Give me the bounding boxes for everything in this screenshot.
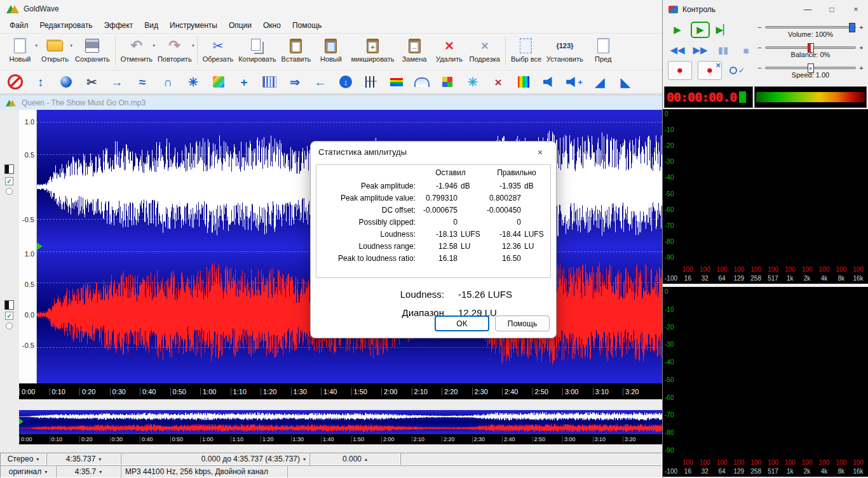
mix-plus-icon[interactable]: +: [235, 73, 253, 91]
record-button[interactable]: ●: [668, 61, 692, 80]
undo-button[interactable]: ↶ ▾ Отменить: [118, 36, 155, 63]
crop-button[interactable]: × Подрезка: [467, 36, 503, 63]
pitch-arrow-icon[interactable]: ⇒: [286, 73, 304, 91]
right-channel-radio[interactable]: [6, 322, 13, 329]
menu-item[interactable]: Помощь: [287, 19, 327, 32]
play-button[interactable]: ▶: [668, 22, 687, 38]
document-titlebar[interactable]: Queen - The Show Must Go On.mp3: [0, 95, 662, 110]
level-label: 100: [747, 266, 764, 273]
spectrum-square-icon[interactable]: [515, 73, 532, 91]
record-new-button[interactable]: ●: [698, 61, 722, 80]
reverse-arrow-icon[interactable]: ←: [311, 73, 329, 91]
length-short-display[interactable]: 4:35.7▾: [56, 465, 121, 478]
right-channel-indicator[interactable]: [4, 300, 14, 310]
help-button[interactable]: Помощь: [495, 315, 550, 331]
noise-reduction-icon[interactable]: ×: [489, 73, 507, 91]
frequency-label: 1k: [782, 275, 799, 282]
replace-button[interactable]: Замена: [397, 36, 432, 63]
balance-slider[interactable]: − + Balance: 0%: [756, 39, 865, 60]
menu-item[interactable]: Вид: [139, 19, 164, 32]
maximize-icon[interactable]: □: [820, 0, 844, 19]
pixel-grid-icon[interactable]: [438, 73, 456, 91]
time-digits: 00:00:00.0: [667, 90, 736, 105]
volume-track[interactable]: [765, 26, 856, 29]
dynamics-sphere-icon[interactable]: [57, 73, 75, 91]
menu-item[interactable]: Редактировать: [34, 19, 98, 32]
toolbar-separator[interactable]: [194, 36, 200, 66]
record-options-button[interactable]: ✓: [728, 62, 747, 79]
playback-position-marker[interactable]: [37, 242, 43, 250]
reverb-arches-icon[interactable]: [413, 73, 431, 91]
left-channel-radio[interactable]: [6, 188, 13, 195]
minimize-icon[interactable]: —: [796, 0, 820, 19]
doppler-updown-icon[interactable]: ↕: [32, 73, 50, 91]
paste-new-button[interactable]: Новый: [313, 36, 348, 63]
flanger-arc-icon[interactable]: ∩: [159, 73, 177, 91]
marker-scissors-icon[interactable]: ✂: [83, 73, 100, 91]
db-label: -30: [665, 342, 674, 348]
menu-item[interactable]: Опции: [223, 19, 257, 32]
quality-select[interactable]: оригинал▾: [0, 465, 56, 478]
delete-button[interactable]: × Удалить: [432, 36, 467, 63]
toolbar-separator[interactable]: [112, 36, 118, 66]
paste-button[interactable]: Вставить: [278, 36, 313, 63]
amplitude-label: 0.5: [25, 152, 34, 159]
play-selection-button[interactable]: ▶: [691, 22, 710, 38]
length-display[interactable]: 4:35.737▾: [46, 453, 121, 465]
level-label: 100: [714, 266, 731, 273]
pause-button[interactable]: ▮▮: [714, 42, 733, 58]
paste-mix-button[interactable]: микшировать: [348, 36, 397, 63]
channel-mode-select[interactable]: Стерео▾: [0, 453, 46, 465]
fade-ramp-icon[interactable]: ◢: [591, 73, 609, 91]
redo-button[interactable]: ↷ ▾ Повторить: [155, 36, 194, 63]
fast-forward-button[interactable]: ▶▶: [691, 42, 710, 58]
wave-shape-icon[interactable]: ≈: [133, 73, 151, 91]
close-icon[interactable]: ×: [844, 0, 868, 19]
control-titlebar[interactable]: Контроль — □ ×: [663, 0, 868, 19]
save-button[interactable]: Сохранить: [72, 36, 112, 63]
select-all-button[interactable]: Выбр все: [508, 36, 544, 63]
amplitude-label: 0.5: [25, 281, 34, 288]
toolbar-separator[interactable]: [503, 36, 508, 66]
match-volume-icon[interactable]: [566, 73, 583, 91]
time-label: 2:50: [532, 388, 563, 395]
position-display[interactable]: 0.000▴: [309, 453, 400, 465]
expression-chart-icon[interactable]: [261, 73, 278, 91]
left-channel-indicator[interactable]: [4, 164, 14, 174]
play-all-button[interactable]: ▶▏: [714, 22, 733, 38]
speed-slider[interactable]: − × + Speed: 1.00: [756, 60, 865, 80]
copy-button[interactable]: Копировать: [236, 36, 278, 63]
set-button[interactable]: {123} Установить: [544, 36, 586, 63]
menu-item[interactable]: Окно: [257, 19, 287, 32]
equalizer-sliders-icon[interactable]: [362, 73, 380, 91]
speed-track[interactable]: ×: [765, 67, 856, 69]
balance-track[interactable]: [765, 46, 856, 49]
rewind-button[interactable]: ◀◀: [668, 42, 687, 58]
volume-speaker-icon[interactable]: [540, 73, 558, 91]
volume-slider[interactable]: − + Volume: 100%: [756, 19, 865, 39]
left-channel-checkbox[interactable]: ✓: [5, 177, 13, 185]
stop-button[interactable]: ■: [736, 42, 756, 58]
playback-rate-icon[interactable]: ↕: [337, 73, 355, 91]
menu-item[interactable]: Файл: [4, 19, 34, 32]
ok-button[interactable]: OK: [435, 315, 489, 331]
shape-corner-icon[interactable]: ◣: [616, 73, 634, 91]
mechanize-star-icon[interactable]: ✳: [184, 73, 202, 91]
trim-button[interactable]: ✂ Обрезать: [200, 36, 236, 63]
menu-item[interactable]: Эффект: [98, 19, 139, 32]
previous-button[interactable]: Пред: [586, 36, 621, 63]
disable-effects-icon[interactable]: [6, 73, 24, 91]
open-button[interactable]: ▾ Открыть: [37, 36, 72, 63]
time-label: 0:40: [140, 388, 170, 395]
close-icon[interactable]: ×: [531, 145, 550, 159]
new-button[interactable]: ▾ Новый: [3, 36, 37, 63]
smoother-star-icon[interactable]: ✳: [464, 73, 482, 91]
spectrum-gradient-icon[interactable]: [388, 73, 405, 91]
selection-display[interactable]: 0.000 до 4:35.737 (4:35.737)▾: [121, 453, 309, 465]
dialog-titlebar[interactable]: Статистика амплитуды: [311, 142, 556, 162]
echo-gradient-icon[interactable]: [210, 73, 227, 91]
menu-item[interactable]: Инструменты: [164, 19, 223, 32]
overview-strip[interactable]: [19, 410, 662, 434]
offset-arrow-icon[interactable]: →: [108, 73, 126, 91]
right-channel-checkbox[interactable]: ✓: [5, 312, 13, 320]
